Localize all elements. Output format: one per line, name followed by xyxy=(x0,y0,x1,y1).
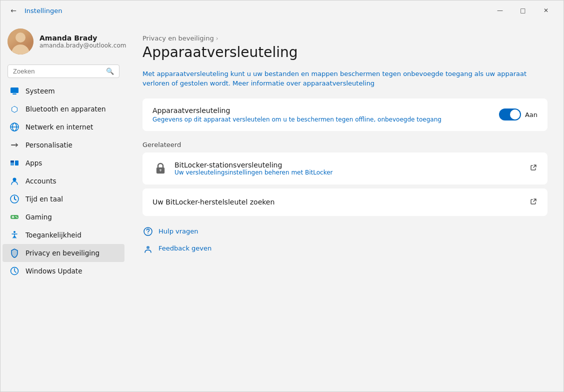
encryption-card-left: Apparaatversleuteling Gegevens op dit ap… xyxy=(152,106,499,123)
accounts-icon xyxy=(10,176,20,186)
bitlocker-sub-link[interactable]: BitLocker xyxy=(305,169,333,176)
bitlocker-card[interactable]: BitLocker-stationsversleuteling Uw versl… xyxy=(142,152,548,184)
svg-rect-25 xyxy=(160,170,161,172)
privacy-icon xyxy=(10,248,20,258)
bitlocker-title: BitLocker-stationsversleuteling xyxy=(174,161,530,169)
svg-point-11 xyxy=(13,178,16,182)
svg-text:B: B xyxy=(12,106,16,112)
svg-point-19 xyxy=(16,217,18,218)
sidebar-item-label-privacy: Privacy en beveiliging xyxy=(26,249,100,257)
maximize-button[interactable]: □ xyxy=(512,2,534,18)
toggle-container[interactable]: Aan xyxy=(499,108,538,120)
info-text: Met apparaatversleuteling kunt u uw best… xyxy=(142,69,548,88)
svg-rect-9 xyxy=(15,160,18,166)
svg-line-14 xyxy=(14,199,16,200)
page-title: Apparaatversleuteling xyxy=(142,44,548,61)
sidebar-item-label-apps: Apps xyxy=(26,159,42,167)
toegankelijkheid-icon xyxy=(10,230,20,240)
svg-point-18 xyxy=(16,216,16,217)
sidebar-item-accounts[interactable]: Accounts xyxy=(2,172,124,190)
sidebar-item-label-update: Windows Update xyxy=(26,267,82,275)
settings-window: ← Instellingen — □ ✕ Amanda Brady amanda… xyxy=(0,0,564,392)
search-icon: 🔍 xyxy=(106,68,114,75)
encryption-desc-plain: Gegevens op dit apparaat versleutelen om… xyxy=(152,116,376,123)
sidebar-item-privacy[interactable]: Privacy en beveiliging xyxy=(2,244,124,262)
sidebar-item-systeem[interactable]: Systeem xyxy=(2,82,124,100)
breadcrumb: Privacy en beveiliging › xyxy=(142,34,548,42)
systeem-icon xyxy=(10,86,20,96)
sidebar-item-tijd[interactable]: Tijd en taal xyxy=(2,190,124,208)
encryption-toggle[interactable] xyxy=(499,108,521,120)
related-section-header: Gerelateerd xyxy=(142,141,548,148)
main-panel: Privacy en beveiliging › Apparaatversleu… xyxy=(126,20,564,392)
bitlocker-icon xyxy=(152,160,168,176)
toggle-track xyxy=(499,108,521,120)
sidebar-item-netwerk[interactable]: Netwerk en internet xyxy=(2,118,124,136)
back-button[interactable]: ← xyxy=(6,4,20,18)
info-text-content: Met apparaatversleuteling kunt u uw best… xyxy=(142,70,526,88)
search-input[interactable] xyxy=(13,68,102,75)
sidebar-item-update[interactable]: Windows Update xyxy=(2,262,124,280)
sidebar-item-label-systeem: Systeem xyxy=(26,87,55,95)
window-controls: — □ ✕ xyxy=(488,2,558,18)
svg-point-28 xyxy=(146,246,150,249)
titlebar: ← Instellingen — □ ✕ xyxy=(0,0,564,20)
toggle-thumb xyxy=(510,110,520,120)
svg-rect-0 xyxy=(10,88,18,93)
user-profile[interactable]: Amanda Brady amanda.brady@outlook.com xyxy=(0,20,126,62)
user-info: Amanda Brady amanda.brady@outlook.com xyxy=(40,34,126,49)
bitlocker-sub: Uw versleutelingsinstellingen beheren me… xyxy=(174,169,530,176)
apps-icon xyxy=(10,158,20,168)
encryption-desc: Gegevens op dit apparaat versleutelen om… xyxy=(152,116,499,123)
content-area: Amanda Brady amanda.brady@outlook.com 🔍 xyxy=(0,20,564,392)
netwerk-icon xyxy=(10,122,20,132)
sidebar-item-label-tijd: Tijd en taal xyxy=(26,195,63,203)
bitlocker-sub-plain: Uw versleutelingsinstellingen beheren me… xyxy=(174,169,303,176)
window-title: Instellingen xyxy=(24,7,62,14)
tijd-icon xyxy=(10,194,20,204)
bitlocker-card-text: BitLocker-stationsversleuteling Uw versl… xyxy=(174,161,530,176)
search-container: 🔍 xyxy=(0,62,126,82)
feedback-icon xyxy=(142,243,154,254)
nav-list: Systeem ⬡ B Bluetooth en apparaten xyxy=(0,82,126,280)
sidebar-item-label-gaming: Gaming xyxy=(26,213,52,221)
feedback-link[interactable]: Feedback geven xyxy=(142,243,548,254)
svg-rect-1 xyxy=(12,94,16,94)
minimize-button[interactable]: — xyxy=(488,2,512,18)
recovery-external-link-icon xyxy=(530,198,538,207)
user-name: Amanda Brady xyxy=(40,34,126,42)
bluetooth-icon: ⬡ B xyxy=(10,104,20,114)
breadcrumb-parent[interactable]: Privacy en beveiliging xyxy=(142,34,214,42)
help-link[interactable]: Hulp vragen xyxy=(142,226,548,237)
sidebar: Amanda Brady amanda.brady@outlook.com 🔍 xyxy=(0,20,126,392)
recovery-key-title: Uw BitLocker-herstelsleutel zoeken xyxy=(152,198,530,206)
help-label: Hulp vragen xyxy=(158,228,198,235)
toggle-label: Aan xyxy=(525,111,538,118)
sidebar-item-gaming[interactable]: Gaming xyxy=(2,208,124,226)
svg-point-27 xyxy=(148,233,148,234)
close-button[interactable]: ✕ xyxy=(534,2,558,18)
sidebar-item-personalisatie[interactable]: Personalisatie xyxy=(2,136,124,154)
sidebar-item-bluetooth[interactable]: ⬡ B Bluetooth en apparaten xyxy=(2,100,124,118)
gaming-icon xyxy=(10,212,20,222)
helper-links: Hulp vragen Feedback geven xyxy=(142,226,548,254)
search-box[interactable]: 🔍 xyxy=(8,64,120,78)
sidebar-item-label-netwerk: Netwerk en internet xyxy=(26,123,93,131)
sidebar-item-apps[interactable]: Apps xyxy=(2,154,124,172)
breadcrumb-separator: › xyxy=(216,35,218,42)
sidebar-item-label-bluetooth: Bluetooth en apparaten xyxy=(26,105,106,113)
update-icon xyxy=(10,266,20,276)
help-icon xyxy=(142,226,154,237)
encryption-desc-link[interactable]: onbevoegde toegang xyxy=(378,116,442,123)
bitlocker-external-link-icon xyxy=(530,164,538,173)
recovery-key-card[interactable]: Uw BitLocker-herstelsleutel zoeken xyxy=(142,188,548,216)
svg-rect-10 xyxy=(10,160,14,162)
sidebar-item-label-toegankelijkheid: Toegankelijkheid xyxy=(26,231,82,239)
sidebar-item-toegankelijkheid[interactable]: Toegankelijkheid xyxy=(2,226,124,244)
personalisatie-icon xyxy=(10,140,20,150)
encryption-title: Apparaatversleuteling xyxy=(152,106,499,114)
sidebar-item-label-personalisatie: Personalisatie xyxy=(26,141,72,149)
avatar xyxy=(8,28,34,54)
device-encryption-card: Apparaatversleuteling Gegevens op dit ap… xyxy=(142,98,548,131)
feedback-label: Feedback geven xyxy=(158,244,212,252)
